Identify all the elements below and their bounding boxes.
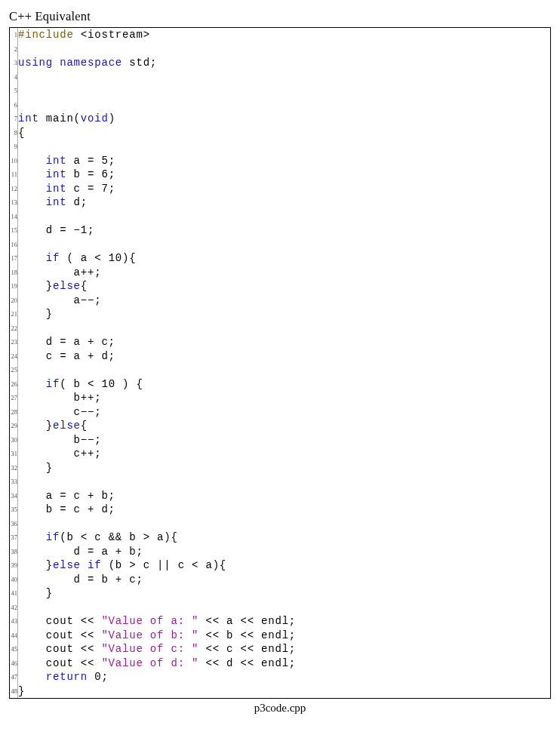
code-line: 47 return 0; (10, 670, 550, 684)
line-number: 29 (10, 419, 18, 433)
code-content: }else{ (18, 279, 551, 294)
line-number: 15 (10, 223, 18, 238)
code-line: 4 (10, 70, 550, 85)
line-number: 42 (10, 601, 18, 615)
code-content (18, 84, 551, 98)
code-line: 43 cout << "Value of a: " << a << endl; (10, 614, 550, 629)
line-number: 5 (10, 84, 18, 98)
code-content (18, 98, 551, 112)
code-table: 1#include <iostream>2 3using namespace s… (10, 28, 550, 698)
line-number: 21 (10, 307, 18, 321)
code-content: }else if (b > c || c < a){ (18, 558, 551, 573)
code-content: int a = 5; (18, 154, 551, 168)
code-content (18, 517, 551, 531)
line-number: 44 (10, 629, 18, 643)
code-line: 12 int c = 7; (10, 182, 550, 196)
code-content (18, 321, 551, 336)
code-content: b−−; (18, 433, 551, 447)
line-number: 39 (10, 558, 18, 573)
line-number: 7 (10, 112, 18, 126)
code-content: c++; (18, 447, 551, 461)
code-content: int b = 6; (18, 168, 551, 182)
code-content: } (18, 684, 551, 699)
code-line: 7int main(void) (10, 112, 550, 126)
line-number: 22 (10, 321, 18, 336)
code-content: }else{ (18, 419, 551, 433)
line-number: 46 (10, 656, 18, 671)
line-number: 16 (10, 238, 18, 252)
code-content (18, 363, 551, 377)
code-line: 34 a = c + b; (10, 489, 550, 503)
code-line: 29 }else{ (10, 419, 550, 433)
code-line: 44 cout << "Value of b: " << b << endl; (10, 629, 550, 643)
line-number: 36 (10, 517, 18, 531)
code-line: 18 a++; (10, 266, 550, 280)
line-number: 45 (10, 642, 18, 656)
code-content: d = a + c; (18, 335, 551, 349)
code-content (18, 140, 551, 154)
code-content: cout << "Value of b: " << b << endl; (18, 629, 551, 643)
code-line: 22 (10, 321, 550, 336)
line-number: 11 (10, 168, 18, 182)
code-line: 42 (10, 601, 550, 615)
line-number: 1 (10, 28, 18, 42)
code-line: 40 d = b + c; (10, 573, 550, 587)
code-line: 5 (10, 84, 550, 98)
code-line: 37 if(b < c && b > a){ (10, 530, 550, 545)
code-line: 19 }else{ (10, 279, 550, 294)
line-number: 34 (10, 489, 18, 503)
line-number: 23 (10, 335, 18, 349)
line-number: 6 (10, 98, 18, 112)
code-line: 9 (10, 140, 550, 154)
code-line: 20 a−−; (10, 294, 550, 308)
line-number: 28 (10, 405, 18, 420)
line-number: 37 (10, 530, 18, 545)
code-content: a++; (18, 266, 551, 280)
code-line: 16 (10, 238, 550, 252)
line-number: 43 (10, 614, 18, 629)
code-line: 27 b++; (10, 391, 550, 405)
line-number: 35 (10, 503, 18, 517)
code-line: 45 cout << "Value of c: " << c << endl; (10, 642, 550, 656)
code-listing-frame: 1#include <iostream>2 3using namespace s… (9, 27, 551, 699)
code-content: int c = 7; (18, 182, 551, 196)
line-number: 33 (10, 475, 18, 489)
line-number: 41 (10, 586, 18, 601)
code-line: 14 (10, 210, 550, 224)
code-content: if ( a < 10){ (18, 251, 551, 266)
code-line: 48} (10, 684, 550, 699)
code-line: 35 b = c + d; (10, 503, 550, 517)
code-content: c = a + d; (18, 349, 551, 364)
code-content: using namespace std; (18, 56, 551, 70)
code-line: 1#include <iostream> (10, 28, 550, 42)
code-content: d = −1; (18, 223, 551, 238)
code-content: cout << "Value of c: " << c << endl; (18, 642, 551, 656)
line-number: 27 (10, 391, 18, 405)
code-line: 6 (10, 98, 550, 112)
code-line: 33 (10, 475, 550, 489)
line-number: 30 (10, 433, 18, 447)
line-number: 20 (10, 294, 18, 308)
code-content: } (18, 307, 551, 321)
code-line: 24 c = a + d; (10, 349, 550, 364)
code-content: return 0; (18, 670, 551, 684)
line-number: 48 (10, 684, 18, 699)
line-number: 40 (10, 573, 18, 587)
code-content: int main(void) (18, 112, 551, 126)
code-line: 17 if ( a < 10){ (10, 251, 550, 266)
code-line: 41 } (10, 586, 550, 601)
code-content: a = c + b; (18, 489, 551, 503)
line-number: 32 (10, 461, 18, 475)
line-number: 17 (10, 251, 18, 266)
code-content: d = a + b; (18, 545, 551, 559)
listing-filename: p3code.cpp (9, 702, 551, 715)
line-number: 12 (10, 182, 18, 196)
line-number: 10 (10, 154, 18, 168)
code-line: 2 (10, 42, 550, 57)
code-line: 30 b−−; (10, 433, 550, 447)
line-number: 24 (10, 349, 18, 364)
code-content: int d; (18, 195, 551, 210)
code-line: 15 d = −1; (10, 223, 550, 238)
code-content (18, 601, 551, 615)
code-content: if( b < 10 ) { (18, 377, 551, 392)
